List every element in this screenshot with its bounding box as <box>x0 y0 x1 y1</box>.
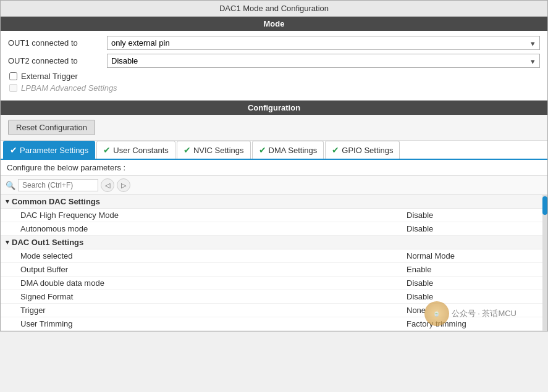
external-trigger-label: External Trigger <box>21 72 78 81</box>
tab-gpio-settings[interactable]: ✔ GPIO Settings <box>325 141 400 159</box>
search-row: 🔍 ◁ ▷ <box>1 176 547 195</box>
tab-user-constants[interactable]: ✔ User Constants <box>96 141 175 159</box>
scrollbar-track[interactable] <box>542 195 547 331</box>
lpbam-label: LPBAM Advanced Settings <box>21 83 117 93</box>
out1-label: OUT1 connected to <box>8 38 107 48</box>
tab-nvic-settings[interactable]: ✔ NVIC Settings <box>177 141 251 159</box>
tab-check-icon-3: ✔ <box>259 145 266 155</box>
tab-check-icon-4: ✔ <box>332 145 339 155</box>
external-trigger-row: External Trigger <box>8 72 540 81</box>
watermark: 🍵 公众号 · 茶话MCU <box>424 301 516 326</box>
main-container: DAC1 Mode and Configuration Mode OUT1 co… <box>0 0 548 332</box>
reset-configuration-button[interactable]: Reset Configuration <box>8 120 95 135</box>
param-autonomous-mode: Autonomous mode Disable <box>1 222 547 236</box>
out2-row: OUT2 connected to Disable <box>8 54 540 68</box>
config-section-header: Configuration <box>1 101 547 115</box>
tab-dma-settings[interactable]: ✔ DMA Settings <box>252 141 324 159</box>
out2-select-wrapper: Disable <box>107 54 540 68</box>
window-title-text: DAC1 Mode and Configuration <box>219 4 329 13</box>
param-dac-high-freq: DAC High Frequency Mode Disable <box>1 209 547 222</box>
window-title: DAC1 Mode and Configuration <box>1 1 547 17</box>
search-icon: 🔍 <box>6 181 15 190</box>
out1-select-wrapper: only external pin <box>107 36 540 50</box>
params-area: ▾ Common DAC Settings DAC High Frequency… <box>1 195 547 331</box>
lpbam-row: LPBAM Advanced Settings <box>8 83 540 93</box>
out1-row: OUT1 connected to only external pin <box>8 36 540 50</box>
tab-check-icon-0: ✔ <box>10 145 17 155</box>
param-dma-double-data: DMA double data mode Disable <box>1 277 547 290</box>
prev-nav-button[interactable]: ◁ <box>101 178 114 192</box>
group-common-dac[interactable]: ▾ Common DAC Settings <box>1 195 547 209</box>
scrollbar-thumb[interactable] <box>542 196 547 215</box>
lpbam-checkbox <box>9 84 17 92</box>
group2-chevron: ▾ <box>6 238 9 246</box>
mode-section-header: Mode <box>1 17 547 31</box>
watermark-logo: 🍵 <box>424 301 449 326</box>
group-dac-out1[interactable]: ▾ DAC Out1 Settings <box>1 236 547 249</box>
param-output-buffer: Output Buffer Enable <box>1 263 547 277</box>
search-input[interactable] <box>18 179 98 191</box>
tab-check-icon-1: ✔ <box>103 145 111 155</box>
reset-btn-area: Reset Configuration <box>1 115 547 141</box>
tab-check-icon-2: ✔ <box>183 145 191 155</box>
external-trigger-checkbox[interactable] <box>9 72 17 80</box>
watermark-text: 公众号 · 茶话MCU <box>452 308 516 319</box>
param-mode-selected: Mode selected Normal Mode <box>1 249 547 263</box>
params-header: Configure the below parameters : <box>1 160 547 176</box>
tabs-row: ✔ Parameter Settings ✔ User Constants ✔ … <box>1 141 547 160</box>
out1-select[interactable]: only external pin <box>107 36 540 50</box>
mode-section: OUT1 connected to only external pin OUT2… <box>1 31 547 101</box>
tab-parameter-settings[interactable]: ✔ Parameter Settings <box>3 141 95 159</box>
next-nav-button[interactable]: ▷ <box>117 178 130 192</box>
group1-chevron: ▾ <box>6 198 9 206</box>
out2-select[interactable]: Disable <box>107 54 540 68</box>
out2-label: OUT2 connected to <box>8 56 107 65</box>
